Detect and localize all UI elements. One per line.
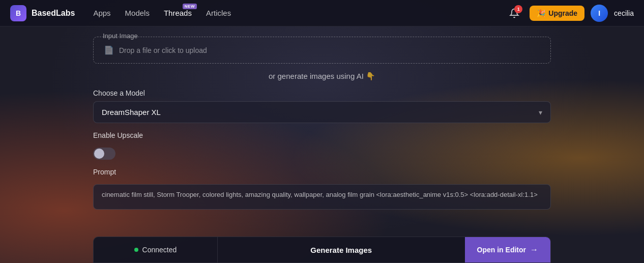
- open-editor-button[interactable]: Open in Editor →: [465, 237, 550, 262]
- model-dropdown[interactable]: DreamShaper XL ▾: [93, 101, 551, 123]
- navbar: B BasedLabs Apps Models Threads NEW Arti…: [0, 0, 644, 26]
- input-image-section: Input Image 📄 Drop a file or click to up…: [93, 37, 551, 64]
- logo-area[interactable]: B BasedLabs: [10, 5, 75, 21]
- main-content: Input Image 📄 Drop a file or click to up…: [0, 26, 644, 220]
- nav-link-articles[interactable]: Articles: [200, 6, 237, 20]
- notification-badge: 1: [514, 5, 522, 13]
- nav-link-models[interactable]: Models: [119, 6, 156, 20]
- file-drop-area[interactable]: 📄 Drop a file or click to upload: [104, 45, 540, 55]
- logo-letter: B: [16, 9, 21, 17]
- arrow-right-icon: →: [530, 245, 538, 254]
- user-initial: I: [598, 9, 600, 17]
- chevron-down-icon: ▾: [539, 108, 542, 116]
- prompt-label: Prompt: [93, 168, 551, 176]
- model-selected-value: DreamShaper XL: [102, 108, 161, 116]
- nav-links: Apps Models Threads NEW Articles: [87, 6, 237, 20]
- connected-section[interactable]: Connected: [94, 246, 217, 254]
- connected-label: Connected: [142, 246, 177, 254]
- model-label: Choose a Model: [93, 89, 551, 97]
- user-avatar[interactable]: I: [591, 5, 608, 22]
- nav-link-apps[interactable]: Apps: [87, 6, 116, 20]
- model-section: Choose a Model DreamShaper XL ▾: [93, 89, 551, 123]
- panel: Input Image 📄 Drop a file or click to up…: [93, 37, 551, 210]
- notification-button[interactable]: 1: [505, 4, 523, 22]
- open-editor-label: Open in Editor: [477, 246, 526, 254]
- navbar-right: 1 🎉 Upgrade I cecilia: [505, 4, 634, 22]
- prompt-section: Prompt cinematic film still, Storm Troop…: [93, 168, 551, 210]
- upscale-section: Enable Upscale: [93, 131, 551, 160]
- file-icon: 📄: [104, 45, 114, 55]
- or-generate-text: or generate images using AI 👇: [93, 72, 551, 81]
- logo-icon: B: [10, 5, 26, 21]
- nav-link-threads[interactable]: Threads NEW: [158, 6, 198, 20]
- upscale-toggle[interactable]: [93, 148, 115, 160]
- logo-text: BasedLabs: [32, 9, 75, 18]
- drop-placeholder: Drop a file or click to upload: [119, 46, 207, 54]
- input-image-label: Input Image: [101, 32, 140, 40]
- upgrade-emoji: 🎉: [537, 9, 545, 17]
- upscale-label: Enable Upscale: [93, 131, 551, 139]
- generate-button[interactable]: Generate Images: [217, 237, 465, 262]
- upgrade-label: Upgrade: [548, 9, 577, 17]
- upgrade-button[interactable]: 🎉 Upgrade: [530, 6, 584, 21]
- new-badge: NEW: [183, 4, 197, 9]
- toggle-thumb: [94, 149, 104, 159]
- input-image-wrapper[interactable]: Input Image 📄 Drop a file or click to up…: [93, 37, 551, 64]
- bottom-bar: Connected Generate Images Open in Editor…: [93, 237, 551, 263]
- username: cecilia: [614, 9, 634, 17]
- prompt-input[interactable]: cinematic film still, Storm Trooper, col…: [93, 184, 551, 210]
- connected-dot: [134, 248, 138, 252]
